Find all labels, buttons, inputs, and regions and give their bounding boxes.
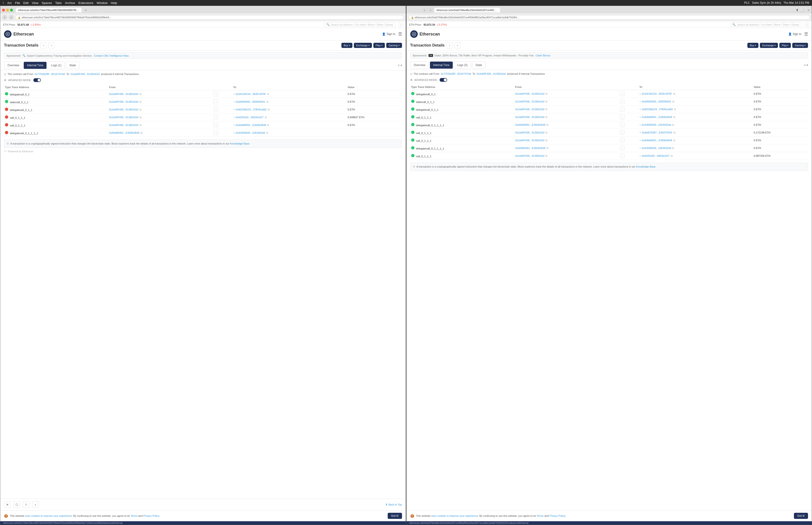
tab-logs-left[interactable]: Logs (1) xyxy=(47,62,65,69)
copy-to-icon[interactable]: ⧉ xyxy=(674,131,675,134)
terms-link-left[interactable]: Terms xyxy=(131,514,137,517)
help-menu[interactable]: Help xyxy=(111,1,117,5)
back-btn-right[interactable]: ‹ xyxy=(422,7,427,13)
arrow-btn[interactable]: → xyxy=(214,123,218,127)
tab-sort-left[interactable]: ≡▾ xyxy=(398,64,402,67)
knowledge-base-link-left[interactable]: Knowledge Base xyxy=(230,142,249,145)
copy-to-icon[interactable]: ⧉ xyxy=(266,100,268,103)
copy-from-icon[interactable]: ⧉ xyxy=(140,124,141,126)
window-controls-right[interactable]: ⬜ xyxy=(800,8,804,12)
copy-from-icon[interactable]: ⧉ xyxy=(546,92,548,95)
arc-menu[interactable]: Arc xyxy=(7,1,12,5)
tabs-menu[interactable]: Tabs xyxy=(55,1,62,5)
reddit-btn-left[interactable]: r xyxy=(32,501,39,508)
copy-from-icon[interactable]: ⧉ xyxy=(140,108,141,111)
to-addr[interactable]: 0xAb8763B7...E95075FbF xyxy=(642,131,672,134)
copy-to-icon[interactable]: ⧉ xyxy=(671,154,673,157)
to-addr[interactable]: 0x34CfAC64...583Fe3F5F xyxy=(642,92,672,95)
arrow-btn[interactable]: → xyxy=(620,130,625,135)
to-addr[interactable]: 0xA0b86991...E3606eB48 xyxy=(236,124,266,126)
got-it-btn-right[interactable]: Got it! xyxy=(794,513,808,519)
from-addr[interactable]: 0x2a69F406...9136Dd1bf xyxy=(515,108,545,111)
twitter-btn-left[interactable]: ✕ xyxy=(4,501,11,508)
share-icon-right[interactable]: ⬆ xyxy=(796,8,799,12)
knowledge-base-link-right[interactable]: Knowledge Base xyxy=(636,165,656,168)
hamburger-menu-right[interactable]: ☰ xyxy=(804,31,808,37)
cookie-link1-right[interactable]: uses cookies to improve your experience xyxy=(431,514,478,517)
tx-to-link-left[interactable]: 0x2a69F406...9136Dd1bf xyxy=(71,73,99,75)
tab-overview-right[interactable]: Overview xyxy=(410,61,429,69)
copy-to-icon[interactable]: ⧉ xyxy=(674,108,676,111)
tx-to-link-right[interactable]: 0x2a69F406...9136Dd1bf xyxy=(477,72,506,75)
arrow-btn[interactable]: → xyxy=(214,100,218,104)
active-tab-right[interactable]: etherscan.io/tx/0xb0768ed8e15b3e0eb5287c… xyxy=(434,8,500,13)
privacy-link-left[interactable]: Privacy Policy xyxy=(143,514,159,517)
to-addr[interactable]: 0xfd2f2a92...0062bc627 xyxy=(642,154,670,157)
spaces-menu[interactable]: Spaces xyxy=(42,1,52,5)
from-addr[interactable]: 0x2a69F406...9136Dd1bf xyxy=(109,124,138,126)
to-addr[interactable]: 0xfd2f2a92...0062bc627 xyxy=(236,116,264,119)
copy-to-icon[interactable]: ⧉ xyxy=(268,108,270,111)
copy-from-icon[interactable]: ⧉ xyxy=(547,147,548,149)
to-addr[interactable]: 0x8D29bE29...37B49cdAD xyxy=(236,108,267,111)
from-addr[interactable]: 0x2a69F406...9136Dd1bf xyxy=(515,116,545,118)
arrow-btn[interactable]: → xyxy=(214,107,218,112)
copy-from-icon[interactable]: ⧉ xyxy=(140,93,141,95)
copy-to-icon[interactable]: ⧉ xyxy=(266,131,268,134)
arrow-btn[interactable]: → xyxy=(620,122,625,127)
copy-to-icon[interactable]: ⧉ xyxy=(673,92,675,95)
forward-btn-right[interactable]: › xyxy=(428,7,433,13)
hamburger-menu-left[interactable]: ☰ xyxy=(398,31,402,37)
exchange-btn-right[interactable]: Exchange▾ xyxy=(760,43,778,48)
to-addr[interactable]: 0x43506849...c054402dd xyxy=(642,123,671,126)
active-tab-left[interactable]: etherscan.io/tx/0x170eb706ce48570b036509… xyxy=(16,8,81,13)
from-addr[interactable]: 0xA0b86991...E3606eB48 xyxy=(515,147,545,149)
edit-menu[interactable]: Edit xyxy=(23,1,28,5)
extensions-menu[interactable]: Extensions xyxy=(78,1,93,5)
from-addr[interactable]: 0x2a69F406...9136Dd1bf xyxy=(109,108,138,111)
url-left[interactable]: etherscan.io/tx/0x170eb706ce48570b036509… xyxy=(21,16,111,19)
copy-to-icon[interactable]: ⧉ xyxy=(267,124,269,126)
copy-from-icon[interactable]: ⧉ xyxy=(546,139,548,142)
copy-to-icon[interactable]: ⧉ xyxy=(673,116,675,118)
url-right[interactable]: etherscan.io/tx/0xb0768ed8e15b3e0eb5287c… xyxy=(415,16,519,19)
arrow-btn[interactable]: → xyxy=(620,138,625,142)
sign-in-btn-left[interactable]: 👤 Sign In xyxy=(382,32,395,36)
arrow-btn[interactable]: → xyxy=(620,91,625,96)
to-addr[interactable]: 0x00000000...000000001 xyxy=(642,100,671,103)
sponsored-link-right[interactable]: Claim Bonus xyxy=(536,54,550,57)
forward-btn-left[interactable]: › xyxy=(9,15,14,20)
view-menu[interactable]: View xyxy=(32,1,39,5)
from-addr[interactable]: 0x2a69F406...9136Dd1bf xyxy=(515,139,545,142)
copy-to-icon[interactable]: ⧉ xyxy=(673,139,675,142)
copy-from-icon[interactable]: ⧉ xyxy=(546,100,548,103)
exchange-btn-left[interactable]: Exchange▾ xyxy=(354,43,372,48)
to-addr[interactable]: 0x00000000...000000001 xyxy=(236,100,265,103)
tab-logs-right[interactable]: Logs (3) xyxy=(454,61,471,69)
gaming-btn-left[interactable]: Gaming▾ xyxy=(386,43,402,48)
next-arrow-left[interactable]: › xyxy=(48,42,55,48)
tab-state-left[interactable]: State xyxy=(66,62,79,69)
sign-in-btn-right[interactable]: 👤 Sign In xyxy=(788,32,801,36)
copy-from-icon[interactable]: ⧉ xyxy=(140,116,141,119)
from-addr[interactable]: 0x2a69F406...9136Dd1bf xyxy=(515,154,545,157)
copy-from-icon[interactable]: ⧉ xyxy=(547,123,548,126)
sponsored-link-left[interactable]: Contact CNC Intelligence Now. xyxy=(94,54,129,57)
cookie-link1-left[interactable]: uses cookies to improve your experience xyxy=(25,514,72,517)
tx-from-link-left[interactable]: 0x7703A2BF...B216747dA xyxy=(34,73,65,75)
to-addr[interactable]: 0xA0b86991...E3606eB48 xyxy=(642,116,672,118)
copy-to-icon[interactable]: ⧉ xyxy=(672,147,674,149)
copy-from-icon[interactable]: ⧉ xyxy=(140,100,141,103)
to-addr[interactable]: 0x43506849...c054402dd xyxy=(236,131,265,134)
next-arrow-right[interactable]: › xyxy=(455,42,460,48)
window-maximize-left[interactable] xyxy=(10,9,13,12)
arrow-btn[interactable]: → xyxy=(620,115,625,119)
from-addr[interactable]: 0x2a69F406...9136Dd1bf xyxy=(515,100,545,103)
advanced-toggle-left[interactable] xyxy=(33,78,41,82)
archive-menu[interactable]: Archive xyxy=(65,1,75,5)
arrow-btn[interactable]: → xyxy=(620,146,625,150)
copy-to-icon[interactable]: ⧉ xyxy=(672,123,674,126)
tab-state-right[interactable]: State xyxy=(472,61,486,69)
copy-to-icon[interactable]: ⧉ xyxy=(265,116,267,119)
window-minimize-left[interactable] xyxy=(6,9,9,12)
